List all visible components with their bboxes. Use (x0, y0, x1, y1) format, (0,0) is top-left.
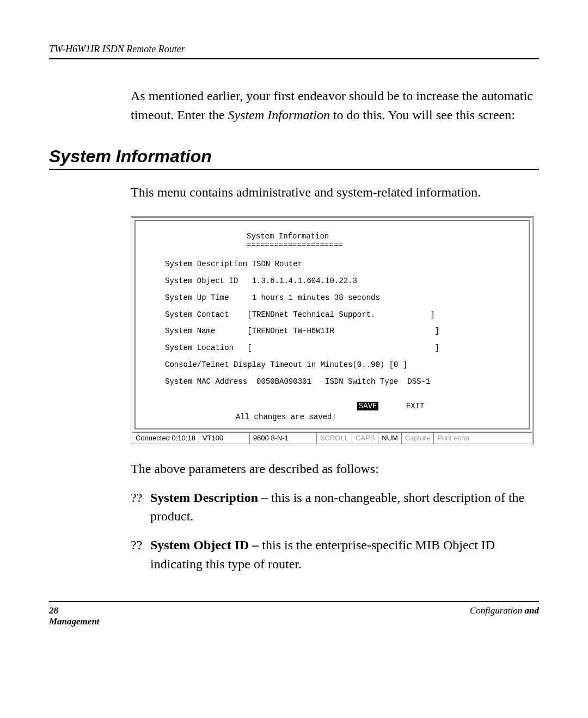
terminal-saved-message: All changes are saved! (149, 413, 516, 422)
status-scroll: SCROLL (317, 433, 352, 444)
save-button[interactable]: SAVE (357, 402, 379, 410)
status-connected: Connected 0:10:18 (132, 433, 199, 444)
document-page: TW-H6W1IR ISDN Remote Router As mentione… (0, 0, 588, 649)
page-number: 28 (49, 605, 82, 616)
bullet-1-bold: System Description – (150, 490, 271, 505)
header-rule (49, 58, 539, 59)
bullet-1-text: System Description – this is a non-chang… (150, 488, 539, 526)
status-baud: 9600 8-N-1 (250, 433, 317, 444)
exit-button[interactable]: EXIT (406, 402, 425, 410)
body-after-terminal: The above parameters are described as fo… (131, 459, 539, 574)
terminal-title: System Information (247, 232, 516, 241)
bullet-2: ?? System Object ID – this is the enterp… (131, 536, 539, 574)
bullet-2-text: System Object ID – this is the enterpris… (150, 536, 539, 574)
bullet-mark: ?? (131, 536, 150, 574)
term-row-contact[interactable]: System Contact [TRENDnet Technical Suppo… (149, 310, 516, 320)
terminal-statusbar: Connected 0:10:18 VT100 9600 8-N-1 SCROL… (132, 432, 532, 444)
terminal-window: System Information =====================… (131, 216, 534, 445)
intro-italic: System Information (228, 108, 330, 122)
status-term: VT100 (199, 433, 250, 444)
status-num: NUM (378, 433, 402, 444)
footer-right-italic: Configuration (470, 605, 525, 616)
intro-paragraph: As mentioned earlier, your first endeavo… (131, 87, 539, 125)
section-rule (49, 169, 539, 170)
footer-rule (49, 601, 539, 602)
footer-right-bold: and (525, 605, 539, 616)
bullet-mark: ?? (131, 488, 150, 526)
section-lead: This menu contains administrative and sy… (131, 185, 539, 200)
term-row-objectid: System Object ID 1.3.6.1.4.1.604.10.22.3 (149, 277, 516, 286)
terminal-inner: System Information =====================… (134, 220, 530, 430)
intro-text-2: to do this. You will see this screen: (330, 108, 515, 122)
term-row-name[interactable]: System Name [TRENDnet TW-H6W1IR ] (149, 327, 516, 336)
bullet-2-bold: System Object ID – (150, 538, 262, 552)
term-row-location[interactable]: System Location [ ] (149, 343, 516, 353)
terminal-buttons-row: SAVE EXIT (149, 402, 516, 411)
status-printecho: Print echo (434, 433, 532, 444)
term-row-timeout[interactable]: Console/Telnet Display Timeout in Minute… (149, 360, 516, 370)
terminal-title-underline: ===================== (247, 241, 516, 250)
params-intro: The above parameters are described as fo… (131, 459, 539, 478)
footer-right: Configuration and (82, 605, 539, 616)
page-footer: 28 Configuration and (49, 605, 539, 616)
status-caps: CAPS (352, 433, 378, 444)
term-row-description: System Description ISDN Router (149, 260, 516, 269)
bullet-1: ?? System Description – this is a non-ch… (131, 488, 539, 526)
footer-line2: Management (49, 616, 539, 627)
term-row-mac: System MAC Address 0050BA090301 ISDN Swi… (149, 377, 516, 386)
term-row-uptime: System Up Time 1 hours 1 minutes 38 seco… (149, 293, 516, 303)
status-capture: Capture (402, 433, 434, 444)
section-title: System Information (49, 146, 539, 167)
running-header: TW-H6W1IR ISDN Remote Router (49, 44, 539, 55)
